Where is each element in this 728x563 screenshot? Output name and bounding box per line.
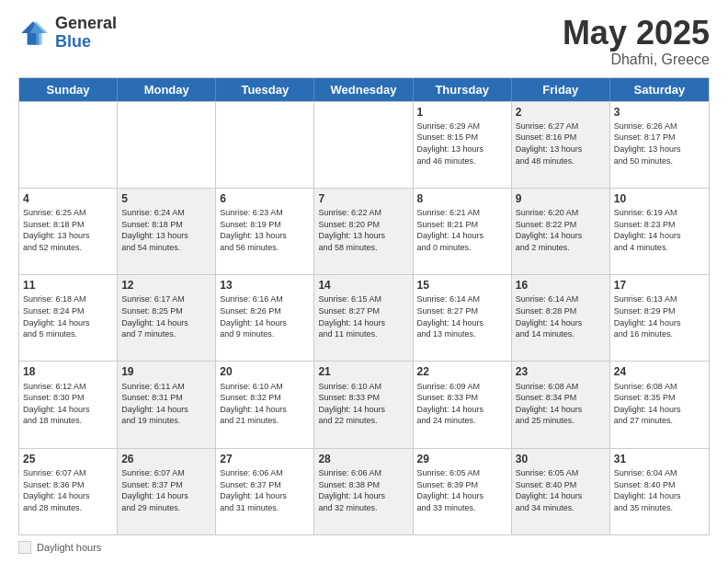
calendar-cell: 28Sunrise: 6:06 AM Sunset: 8:38 PM Dayli…	[314, 449, 413, 534]
cell-content: Sunrise: 6:08 AM Sunset: 8:34 PM Dayligh…	[516, 381, 606, 427]
day-number: 30	[516, 452, 606, 466]
cell-content: Sunrise: 6:24 AM Sunset: 8:18 PM Dayligh…	[121, 207, 211, 253]
calendar-cell: 11Sunrise: 6:18 AM Sunset: 8:24 PM Dayli…	[19, 275, 118, 361]
calendar-cell: 17Sunrise: 6:13 AM Sunset: 8:29 PM Dayli…	[610, 275, 709, 361]
header-cell-tuesday: Tuesday	[216, 78, 314, 101]
day-number: 8	[417, 191, 507, 206]
cell-content: Sunrise: 6:15 AM Sunset: 8:27 PM Dayligh…	[318, 293, 408, 339]
calendar-cell	[118, 102, 216, 188]
header-cell-friday: Friday	[512, 78, 610, 101]
calendar-cell: 22Sunrise: 6:09 AM Sunset: 8:33 PM Dayli…	[414, 362, 512, 447]
day-number: 6	[220, 191, 310, 206]
calendar-cell: 15Sunrise: 6:14 AM Sunset: 8:27 PM Dayli…	[414, 275, 512, 361]
cell-content: Sunrise: 6:10 AM Sunset: 8:33 PM Dayligh…	[318, 381, 408, 427]
day-number: 17	[614, 278, 705, 293]
cell-content: Sunrise: 6:20 AM Sunset: 8:22 PM Dayligh…	[516, 207, 606, 253]
daylight-label: Daylight hours	[37, 542, 101, 553]
day-number: 23	[516, 364, 606, 379]
cell-content: Sunrise: 6:11 AM Sunset: 8:31 PM Dayligh…	[121, 381, 211, 427]
calendar-cell: 30Sunrise: 6:05 AM Sunset: 8:40 PM Dayli…	[512, 449, 610, 534]
title-month: May 2025	[563, 15, 710, 52]
calendar-cell: 20Sunrise: 6:10 AM Sunset: 8:32 PM Dayli…	[216, 362, 314, 447]
cell-content: Sunrise: 6:12 AM Sunset: 8:30 PM Dayligh…	[23, 381, 113, 427]
day-number: 1	[417, 105, 507, 120]
calendar-row: 25Sunrise: 6:07 AM Sunset: 8:36 PM Dayli…	[19, 448, 709, 534]
day-number: 26	[121, 452, 211, 466]
calendar-cell	[216, 102, 314, 188]
calendar-cell: 2Sunrise: 6:27 AM Sunset: 8:16 PM Daylig…	[512, 102, 610, 188]
calendar-cell: 29Sunrise: 6:05 AM Sunset: 8:39 PM Dayli…	[414, 449, 512, 534]
cell-content: Sunrise: 6:06 AM Sunset: 8:37 PM Dayligh…	[220, 467, 310, 513]
header-cell-thursday: Thursday	[414, 78, 512, 101]
calendar-cell: 24Sunrise: 6:08 AM Sunset: 8:35 PM Dayli…	[610, 362, 709, 447]
calendar-cell: 31Sunrise: 6:04 AM Sunset: 8:40 PM Dayli…	[610, 449, 709, 534]
cell-content: Sunrise: 6:10 AM Sunset: 8:32 PM Dayligh…	[220, 381, 310, 427]
cell-content: Sunrise: 6:27 AM Sunset: 8:16 PM Dayligh…	[516, 121, 606, 167]
calendar-header-row: SundayMondayTuesdayWednesdayThursdayFrid…	[19, 78, 709, 101]
calendar-cell: 4Sunrise: 6:25 AM Sunset: 8:18 PM Daylig…	[19, 189, 118, 274]
calendar-cell: 14Sunrise: 6:15 AM Sunset: 8:27 PM Dayli…	[314, 275, 413, 361]
day-number: 11	[23, 278, 113, 293]
day-number: 27	[220, 452, 310, 466]
cell-content: Sunrise: 6:08 AM Sunset: 8:35 PM Dayligh…	[614, 381, 705, 427]
calendar: SundayMondayTuesdayWednesdayThursdayFrid…	[18, 77, 710, 535]
title-block: May 2025 Dhafni, Greece	[563, 15, 710, 68]
day-number: 28	[318, 452, 408, 466]
calendar-cell: 6Sunrise: 6:23 AM Sunset: 8:19 PM Daylig…	[216, 189, 314, 274]
calendar-cell: 1Sunrise: 6:29 AM Sunset: 8:15 PM Daylig…	[414, 102, 512, 188]
calendar-cell: 8Sunrise: 6:21 AM Sunset: 8:21 PM Daylig…	[414, 189, 512, 274]
day-number: 19	[121, 364, 211, 379]
cell-content: Sunrise: 6:07 AM Sunset: 8:37 PM Dayligh…	[121, 467, 211, 513]
title-location: Dhafni, Greece	[563, 52, 710, 68]
calendar-row: 18Sunrise: 6:12 AM Sunset: 8:30 PM Dayli…	[19, 361, 709, 447]
cell-content: Sunrise: 6:05 AM Sunset: 8:39 PM Dayligh…	[417, 467, 507, 513]
calendar-cell: 3Sunrise: 6:26 AM Sunset: 8:17 PM Daylig…	[610, 102, 709, 188]
day-number: 29	[417, 452, 507, 466]
calendar-body: 1Sunrise: 6:29 AM Sunset: 8:15 PM Daylig…	[19, 101, 709, 534]
calendar-cell: 10Sunrise: 6:19 AM Sunset: 8:23 PM Dayli…	[610, 189, 709, 274]
day-number: 4	[23, 191, 113, 206]
header-cell-monday: Monday	[118, 78, 216, 101]
calendar-cell: 18Sunrise: 6:12 AM Sunset: 8:30 PM Dayli…	[19, 362, 118, 447]
day-number: 31	[614, 452, 705, 466]
cell-content: Sunrise: 6:25 AM Sunset: 8:18 PM Dayligh…	[23, 207, 113, 253]
logo-general: General	[55, 15, 117, 33]
calendar-cell: 9Sunrise: 6:20 AM Sunset: 8:22 PM Daylig…	[512, 189, 610, 274]
page: General Blue May 2025 Dhafni, Greece Sun…	[0, 0, 728, 563]
cell-content: Sunrise: 6:14 AM Sunset: 8:28 PM Dayligh…	[516, 293, 606, 339]
cell-content: Sunrise: 6:21 AM Sunset: 8:21 PM Dayligh…	[417, 207, 507, 253]
cell-content: Sunrise: 6:19 AM Sunset: 8:23 PM Dayligh…	[614, 207, 705, 253]
header: General Blue May 2025 Dhafni, Greece	[18, 15, 710, 68]
cell-content: Sunrise: 6:13 AM Sunset: 8:29 PM Dayligh…	[614, 293, 705, 339]
day-number: 18	[23, 364, 113, 379]
day-number: 25	[23, 452, 113, 466]
daylight-box	[18, 541, 31, 554]
calendar-cell: 21Sunrise: 6:10 AM Sunset: 8:33 PM Dayli…	[314, 362, 413, 447]
cell-content: Sunrise: 6:06 AM Sunset: 8:38 PM Dayligh…	[318, 467, 408, 513]
calendar-cell: 12Sunrise: 6:17 AM Sunset: 8:25 PM Dayli…	[118, 275, 216, 361]
calendar-cell: 7Sunrise: 6:22 AM Sunset: 8:20 PM Daylig…	[314, 189, 413, 274]
day-number: 14	[318, 278, 408, 293]
calendar-cell: 19Sunrise: 6:11 AM Sunset: 8:31 PM Dayli…	[118, 362, 216, 447]
calendar-row: 4Sunrise: 6:25 AM Sunset: 8:18 PM Daylig…	[19, 188, 709, 274]
logo-icon	[18, 18, 48, 48]
cell-content: Sunrise: 6:29 AM Sunset: 8:15 PM Dayligh…	[417, 121, 507, 167]
day-number: 22	[417, 364, 507, 379]
day-number: 10	[614, 191, 705, 206]
calendar-row: 11Sunrise: 6:18 AM Sunset: 8:24 PM Dayli…	[19, 274, 709, 361]
cell-content: Sunrise: 6:09 AM Sunset: 8:33 PM Dayligh…	[417, 381, 507, 427]
calendar-cell: 13Sunrise: 6:16 AM Sunset: 8:26 PM Dayli…	[216, 275, 314, 361]
cell-content: Sunrise: 6:22 AM Sunset: 8:20 PM Dayligh…	[318, 207, 408, 253]
header-cell-sunday: Sunday	[19, 78, 118, 101]
calendar-cell: 27Sunrise: 6:06 AM Sunset: 8:37 PM Dayli…	[216, 449, 314, 534]
header-cell-wednesday: Wednesday	[314, 78, 413, 101]
calendar-cell	[19, 102, 118, 188]
calendar-cell	[314, 102, 413, 188]
header-cell-saturday: Saturday	[610, 78, 709, 101]
day-number: 16	[516, 278, 606, 293]
day-number: 20	[220, 364, 310, 379]
day-number: 3	[614, 105, 705, 120]
day-number: 15	[417, 278, 507, 293]
day-number: 5	[121, 191, 211, 206]
day-number: 21	[318, 364, 408, 379]
